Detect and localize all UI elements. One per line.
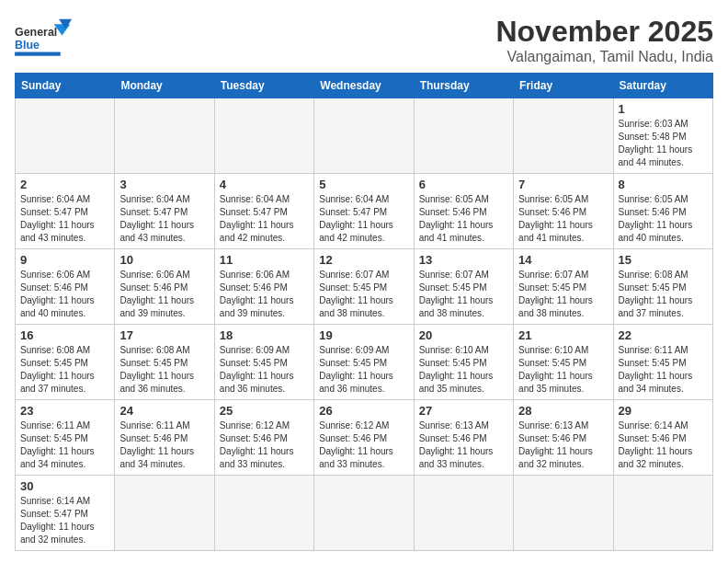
calendar-cell: 16Sunrise: 6:08 AM Sunset: 5:45 PM Dayli…: [16, 325, 115, 400]
day-info: Sunrise: 6:06 AM Sunset: 5:46 PM Dayligh…: [20, 269, 109, 320]
calendar-week-6: 30Sunrise: 6:14 AM Sunset: 5:47 PM Dayli…: [16, 476, 713, 551]
calendar-cell: 21Sunrise: 6:10 AM Sunset: 5:45 PM Dayli…: [514, 325, 613, 400]
day-number: 11: [220, 253, 309, 267]
calendar-cell: [514, 98, 613, 174]
day-number: 12: [319, 253, 408, 267]
header-day-wednesday: Wednesday: [314, 74, 414, 98]
day-info: Sunrise: 6:13 AM Sunset: 5:46 PM Dayligh…: [518, 419, 608, 471]
calendar-cell: 19Sunrise: 6:09 AM Sunset: 5:45 PM Dayli…: [314, 325, 414, 400]
calendar-cell: 9Sunrise: 6:06 AM Sunset: 5:46 PM Daylig…: [16, 249, 115, 325]
day-number: 27: [419, 404, 508, 418]
calendar-cell: 17Sunrise: 6:08 AM Sunset: 5:45 PM Dayli…: [115, 325, 214, 400]
calendar-cell: [314, 476, 414, 551]
calendar-week-2: 2Sunrise: 6:04 AM Sunset: 5:47 PM Daylig…: [16, 174, 713, 249]
day-number: 25: [220, 404, 309, 418]
day-number: 8: [619, 178, 708, 191]
day-info: Sunrise: 6:04 AM Sunset: 5:47 PM Dayligh…: [220, 193, 309, 245]
day-info: Sunrise: 6:04 AM Sunset: 5:47 PM Dayligh…: [319, 193, 408, 245]
day-number: 9: [20, 253, 109, 267]
day-info: Sunrise: 6:06 AM Sunset: 5:46 PM Dayligh…: [220, 269, 309, 320]
header-day-friday: Friday: [514, 74, 613, 98]
day-number: 26: [319, 404, 408, 418]
calendar-cell: 15Sunrise: 6:08 AM Sunset: 5:45 PM Dayli…: [613, 249, 712, 325]
svg-rect-2: [15, 52, 61, 55]
location-title: Valangaiman, Tamil Nadu, India: [495, 49, 713, 65]
day-number: 24: [119, 404, 209, 418]
title-section: November 2025 Valangaiman, Tamil Nadu, I…: [495, 15, 713, 65]
day-number: 6: [419, 178, 508, 191]
day-info: Sunrise: 6:06 AM Sunset: 5:46 PM Dayligh…: [119, 269, 209, 320]
calendar-cell: 1Sunrise: 6:03 AM Sunset: 5:48 PM Daylig…: [613, 98, 712, 174]
calendar-cell: 28Sunrise: 6:13 AM Sunset: 5:46 PM Dayli…: [514, 400, 613, 476]
logo-svg: General Blue: [15, 15, 88, 65]
calendar-cell: 3Sunrise: 6:04 AM Sunset: 5:47 PM Daylig…: [115, 174, 214, 249]
day-number: 21: [518, 328, 608, 342]
calendar-cell: 5Sunrise: 6:04 AM Sunset: 5:47 PM Daylig…: [314, 174, 414, 249]
day-number: 5: [319, 178, 408, 191]
calendar-cell: 29Sunrise: 6:14 AM Sunset: 5:46 PM Dayli…: [613, 400, 712, 476]
day-number: 22: [619, 328, 708, 342]
day-info: Sunrise: 6:13 AM Sunset: 5:46 PM Dayligh…: [419, 419, 508, 471]
calendar-cell: [214, 476, 313, 551]
day-number: 16: [20, 328, 109, 342]
day-info: Sunrise: 6:14 AM Sunset: 5:46 PM Dayligh…: [619, 419, 708, 471]
day-number: 2: [20, 178, 109, 191]
header-day-thursday: Thursday: [414, 74, 513, 98]
calendar-week-4: 16Sunrise: 6:08 AM Sunset: 5:45 PM Dayli…: [16, 325, 713, 400]
header: General Blue November 2025 Valangaiman, …: [15, 15, 713, 65]
day-info: Sunrise: 6:04 AM Sunset: 5:47 PM Dayligh…: [119, 193, 209, 245]
calendar-cell: 7Sunrise: 6:05 AM Sunset: 5:46 PM Daylig…: [514, 174, 613, 249]
calendar-cell: 18Sunrise: 6:09 AM Sunset: 5:45 PM Dayli…: [214, 325, 313, 400]
calendar-cell: 11Sunrise: 6:06 AM Sunset: 5:46 PM Dayli…: [214, 249, 313, 325]
calendar-week-5: 23Sunrise: 6:11 AM Sunset: 5:45 PM Dayli…: [16, 400, 713, 476]
calendar-cell: 20Sunrise: 6:10 AM Sunset: 5:45 PM Dayli…: [414, 325, 513, 400]
day-info: Sunrise: 6:10 AM Sunset: 5:45 PM Dayligh…: [518, 344, 608, 396]
svg-text:Blue: Blue: [15, 39, 40, 52]
day-number: 29: [619, 404, 708, 418]
day-info: Sunrise: 6:11 AM Sunset: 5:45 PM Dayligh…: [20, 419, 109, 471]
day-info: Sunrise: 6:03 AM Sunset: 5:48 PM Dayligh…: [619, 118, 708, 169]
calendar-cell: [414, 98, 513, 174]
day-info: Sunrise: 6:08 AM Sunset: 5:45 PM Dayligh…: [619, 269, 708, 320]
day-number: 7: [518, 178, 608, 191]
logo: General Blue: [15, 15, 88, 65]
calendar-cell: 2Sunrise: 6:04 AM Sunset: 5:47 PM Daylig…: [16, 174, 115, 249]
calendar-cell: [514, 476, 613, 551]
calendar-cell: 26Sunrise: 6:12 AM Sunset: 5:46 PM Dayli…: [314, 400, 414, 476]
calendar-cell: 6Sunrise: 6:05 AM Sunset: 5:46 PM Daylig…: [414, 174, 513, 249]
calendar-cell: [16, 98, 115, 174]
day-number: 1: [619, 102, 708, 116]
day-number: 17: [119, 328, 209, 342]
day-info: Sunrise: 6:11 AM Sunset: 5:45 PM Dayligh…: [619, 344, 708, 396]
svg-text:General: General: [15, 26, 57, 39]
calendar-cell: 12Sunrise: 6:07 AM Sunset: 5:45 PM Dayli…: [314, 249, 414, 325]
calendar-cell: [214, 98, 313, 174]
calendar-header-row: SundayMondayTuesdayWednesdayThursdayFrid…: [16, 74, 713, 98]
calendar: SundayMondayTuesdayWednesdayThursdayFrid…: [15, 73, 713, 551]
day-info: Sunrise: 6:09 AM Sunset: 5:45 PM Dayligh…: [319, 344, 408, 396]
header-day-saturday: Saturday: [613, 74, 712, 98]
header-day-monday: Monday: [115, 74, 214, 98]
calendar-cell: 30Sunrise: 6:14 AM Sunset: 5:47 PM Dayli…: [16, 476, 115, 551]
day-number: 20: [419, 328, 508, 342]
day-info: Sunrise: 6:07 AM Sunset: 5:45 PM Dayligh…: [319, 269, 408, 320]
day-info: Sunrise: 6:11 AM Sunset: 5:46 PM Dayligh…: [119, 419, 209, 471]
calendar-cell: 22Sunrise: 6:11 AM Sunset: 5:45 PM Dayli…: [613, 325, 712, 400]
day-info: Sunrise: 6:05 AM Sunset: 5:46 PM Dayligh…: [518, 193, 608, 245]
day-number: 18: [220, 328, 309, 342]
calendar-cell: 13Sunrise: 6:07 AM Sunset: 5:45 PM Dayli…: [414, 249, 513, 325]
day-number: 15: [619, 253, 708, 267]
day-info: Sunrise: 6:08 AM Sunset: 5:45 PM Dayligh…: [20, 344, 109, 396]
day-info: Sunrise: 6:14 AM Sunset: 5:47 PM Dayligh…: [20, 495, 109, 546]
calendar-week-1: 1Sunrise: 6:03 AM Sunset: 5:48 PM Daylig…: [16, 98, 713, 174]
calendar-cell: 23Sunrise: 6:11 AM Sunset: 5:45 PM Dayli…: [16, 400, 115, 476]
calendar-cell: 14Sunrise: 6:07 AM Sunset: 5:45 PM Dayli…: [514, 249, 613, 325]
calendar-cell: 10Sunrise: 6:06 AM Sunset: 5:46 PM Dayli…: [115, 249, 214, 325]
day-info: Sunrise: 6:07 AM Sunset: 5:45 PM Dayligh…: [419, 269, 508, 320]
calendar-cell: [115, 98, 214, 174]
day-info: Sunrise: 6:10 AM Sunset: 5:45 PM Dayligh…: [419, 344, 508, 396]
calendar-cell: 25Sunrise: 6:12 AM Sunset: 5:46 PM Dayli…: [214, 400, 313, 476]
day-info: Sunrise: 6:08 AM Sunset: 5:45 PM Dayligh…: [119, 344, 209, 396]
day-number: 19: [319, 328, 408, 342]
header-day-sunday: Sunday: [16, 74, 115, 98]
